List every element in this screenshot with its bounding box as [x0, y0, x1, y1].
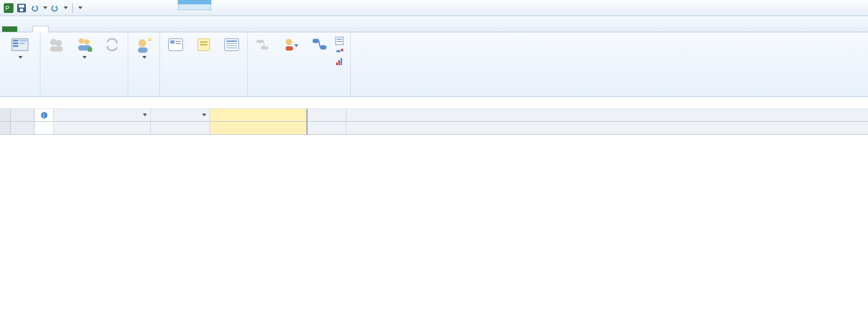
workspace: i: [0, 109, 868, 135]
ribbon-group-view: [0, 32, 40, 96]
resource-grid: i: [0, 109, 308, 135]
notes-icon: [195, 36, 213, 54]
svg-rect-42: [336, 62, 338, 65]
svg-rect-32: [256, 40, 264, 43]
team-planner-button[interactable]: [3, 34, 37, 60]
level-sel-icon: [254, 36, 273, 54]
level-res-icon: [282, 36, 301, 54]
svg-rect-25: [200, 41, 207, 43]
qat-customize-icon[interactable]: [78, 6, 82, 9]
quick-access-toolbar: P: [0, 3, 86, 13]
filter-icon[interactable]: [202, 114, 206, 116]
svg-rect-29: [226, 43, 237, 44]
week-header: [346, 109, 868, 121]
next-overalloc-button[interactable]: [335, 57, 347, 66]
svg-point-11: [50, 39, 57, 45]
undo-icon[interactable]: [29, 3, 40, 13]
filter-icon[interactable]: [143, 114, 147, 116]
svg-text:P: P: [5, 5, 9, 11]
clear-level-button[interactable]: [335, 47, 347, 55]
svg-rect-39: [337, 39, 342, 40]
level-all-icon: [310, 36, 329, 54]
options-icon: [335, 37, 344, 45]
svg-rect-40: [337, 41, 342, 42]
col-header-hours[interactable]: [151, 109, 210, 121]
svg-rect-7: [13, 43, 18, 44]
tab-resource[interactable]: [32, 26, 48, 32]
svg-rect-13: [50, 46, 63, 52]
clear-icon: [335, 47, 344, 55]
tab-project[interactable]: [48, 26, 64, 32]
group-label-insert: [131, 94, 156, 95]
group-label-level: [251, 94, 347, 95]
rownum-header: [11, 109, 34, 121]
svg-rect-22: [176, 41, 181, 42]
context-tab: [178, 0, 211, 10]
group-label-assign: [44, 94, 124, 95]
svg-rect-35: [286, 46, 293, 51]
col-header-name[interactable]: [54, 109, 151, 121]
pool-icon: [75, 36, 93, 54]
svg-rect-19: [138, 47, 148, 53]
titlebar: P: [0, 0, 868, 16]
redo-dropdown-icon[interactable]: [64, 6, 68, 9]
tab-file[interactable]: [2, 26, 17, 32]
ribbon-group-insert: [128, 32, 160, 96]
svg-rect-10: [19, 43, 25, 44]
context-tab-format[interactable]: [178, 4, 211, 10]
ribbon: [0, 32, 868, 97]
level-all-button[interactable]: [307, 34, 332, 56]
svg-rect-9: [19, 40, 27, 41]
svg-point-14: [79, 38, 84, 44]
details-icon: [223, 36, 241, 54]
replace-resource-button: [100, 34, 124, 56]
info-button[interactable]: [163, 34, 188, 56]
add-resource-button[interactable]: [131, 34, 156, 60]
timescale-top: [308, 109, 868, 122]
ribbon-group-assign: [40, 32, 128, 96]
svg-point-12: [55, 40, 62, 46]
app-icon: P: [3, 3, 14, 13]
timescale-bottom: [308, 122, 868, 135]
grid-header: i: [0, 109, 307, 122]
formula-bar-area: [0, 97, 868, 109]
level-resource-button[interactable]: [279, 34, 304, 56]
level-selection-button: [251, 34, 276, 56]
svg-rect-8: [13, 45, 18, 47]
info-icon: i: [40, 111, 48, 119]
redo-icon[interactable]: [50, 3, 60, 13]
dropdown-icon: [18, 56, 23, 59]
add-resource-icon: [135, 36, 153, 54]
timephased-grid: [308, 109, 868, 135]
svg-rect-37: [320, 45, 327, 50]
svg-rect-36: [313, 39, 319, 43]
grid-header-2: [0, 122, 307, 135]
svg-point-15: [84, 39, 89, 45]
assign-resource-button: [44, 34, 68, 56]
replace-icon: [103, 36, 121, 54]
undo-dropdown-icon[interactable]: [43, 6, 47, 9]
ribbon-group-props: [160, 32, 248, 96]
tab-view[interactable]: [64, 26, 79, 32]
dropdown-icon: [82, 56, 87, 59]
details-header[interactable]: [308, 109, 346, 121]
col-header-addnew[interactable]: [210, 109, 307, 121]
indicator-header[interactable]: i: [34, 109, 54, 121]
save-icon[interactable]: [16, 3, 27, 13]
svg-rect-28: [226, 40, 237, 42]
resource-pool-button[interactable]: [72, 34, 96, 60]
svg-rect-17: [88, 47, 92, 52]
level-options-button[interactable]: [335, 37, 347, 45]
gutter-header: [0, 109, 11, 121]
details-button[interactable]: [219, 34, 244, 56]
info-icon: [166, 36, 185, 54]
svg-rect-6: [13, 40, 18, 41]
svg-rect-31: [226, 47, 237, 48]
tab-task[interactable]: [17, 26, 32, 32]
notes-button[interactable]: [191, 34, 216, 56]
qat-separator: [72, 3, 73, 13]
svg-rect-30: [226, 45, 237, 46]
next-icon: [335, 57, 344, 66]
svg-rect-44: [341, 58, 342, 65]
svg-rect-33: [261, 46, 268, 50]
